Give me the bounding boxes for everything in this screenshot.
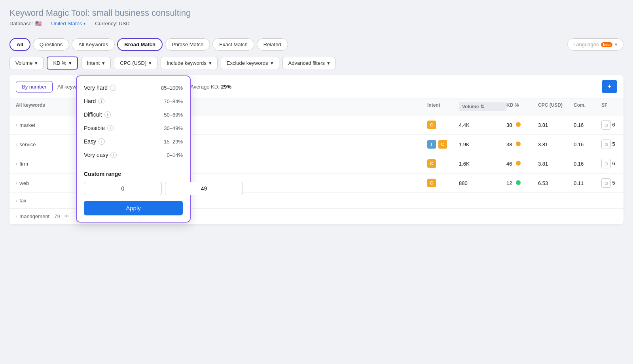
tab-broad-match[interactable]: Broad Match [117,38,163,51]
tab-questions[interactable]: Questions [33,38,70,51]
sf-icon: ⊡ [601,178,611,188]
info-icon[interactable]: i [104,111,111,118]
beta-badge: beta [601,42,612,47]
by-number-button[interactable]: By number [16,81,53,92]
intent-badge-i: I [427,140,436,149]
col-cpc: CPC (USD) [538,102,574,111]
kd-label: Average KD: [190,84,219,90]
chevron-down-icon: ▾ [83,21,85,26]
col-volume[interactable]: Volume ⇅ [459,102,506,111]
cpc-cell: 3.81 [538,141,574,147]
header: Keyword Magic Tool: small business consu… [9,8,624,26]
chevron-down-icon: ▾ [327,60,330,66]
meta-row: Database: 🇺🇸 United States ▾ Currency: U… [9,21,624,26]
com-cell: 0.16 [574,141,601,147]
volume-cell: 1.9K [459,141,506,147]
add-button[interactable]: + [602,80,617,93]
languages-button[interactable]: Languages beta ▾ [567,38,624,51]
kd-option-possible[interactable]: Possible i 30–49% [77,121,190,135]
col-sf: SF [601,102,617,111]
chevron-down-icon: ▾ [149,60,152,66]
kd-cell: 38 [506,122,538,128]
kd-filter[interactable]: KD % ▾ [47,57,78,70]
chevron-down-icon: ▾ [102,60,105,66]
info-icon[interactable]: i [107,125,114,131]
col-com: Com. [574,102,601,111]
sf-icon: ⊡ [601,159,611,168]
kd-dot [516,122,521,127]
include-keywords-filter[interactable]: Include keywords ▾ [161,57,217,69]
volume-filter[interactable]: Volume ▾ [9,57,44,69]
sf-cell: ⊡ 5 [601,178,617,188]
com-cell: 0.16 [574,161,601,167]
com-cell: 0.16 [574,122,601,128]
volume-cell: 880 [459,180,506,186]
custom-range-label: Custom range [77,168,190,179]
tab-all-keywords[interactable]: All Keywords [72,38,115,51]
kd-dropdown-panel: Very hard i 85–100% Hard i 70–84% Diffic… [76,75,191,223]
header-divider [9,33,624,33]
kd-option-difficult[interactable]: Difficult i 50–69% [77,108,190,121]
page-title: Keyword Magic Tool: small business consu… [9,8,624,18]
intent-badge-c: C [427,121,436,129]
custom-range-inputs [77,179,190,198]
col-intent: Intent [427,102,459,111]
intent-cell: C [427,121,459,129]
sort-icon: ⇅ [480,104,484,109]
eye-icon: 👁 [64,213,69,219]
info-icon[interactable]: i [110,85,116,91]
sf-icon: ⊡ [601,120,611,130]
advanced-filters-button[interactable]: Advanced filters ▾ [282,57,336,69]
tab-all[interactable]: All [9,38,30,51]
cpc-filter[interactable]: CPC (USD) ▾ [114,57,157,69]
kd-dot [516,180,521,185]
chevron-right-icon: › [16,181,17,185]
chevron-right-icon: › [16,214,17,219]
volume-cell: 4.4K [459,122,506,128]
info-icon[interactable]: i [110,152,117,158]
info-icon[interactable]: i [99,138,105,145]
intent-badge-c: C [427,159,436,168]
tab-related[interactable]: Related [257,38,288,51]
kd-option-hard[interactable]: Hard i 70–84% [77,94,190,108]
kd-value: 29% [221,84,231,90]
kd-option-very-hard[interactable]: Very hard i 85–100% [77,81,190,94]
kd-option-very-easy[interactable]: Very easy i 0–14% [77,148,190,162]
kd-divider [77,165,190,165]
chevron-down-icon: ▾ [209,60,212,66]
chevron-right-icon: › [16,123,17,127]
cpc-cell: 3.81 [538,122,574,128]
kd-cell: 12 [506,180,538,186]
tab-phrase-match[interactable]: Phrase Match [165,38,210,51]
kd-to-input[interactable] [165,182,243,195]
kd-dot [516,141,521,146]
com-cell: 0.11 [574,180,601,186]
kd-from-input[interactable] [84,182,162,195]
intent-filter[interactable]: Intent ▾ [81,57,111,69]
kd-cell: 38 [506,141,538,147]
chevron-right-icon: › [16,198,17,203]
tab-exact-match[interactable]: Exact Match [212,38,254,51]
exclude-keywords-filter[interactable]: Exclude keywords ▾ [221,57,279,69]
sf-cell: ⊡ 6 [601,120,617,130]
sf-cell: ⊡ 6 [601,159,617,168]
sf-icon: ⊡ [601,140,611,149]
chevron-down-icon: ▾ [615,41,618,47]
info-icon[interactable]: i [98,98,104,104]
chevron-right-icon: › [16,162,17,166]
cpc-cell: 3.81 [538,161,574,167]
apply-button[interactable]: Apply [84,201,183,215]
kd-option-easy[interactable]: Easy i 15–29% [77,135,190,148]
database-selector[interactable]: United States ▾ [51,21,85,26]
sf-cell: ⊡ 5 [601,140,617,149]
volume-cell: 1.6K [459,161,506,167]
chevron-down-icon: ▾ [69,60,72,66]
cpc-cell: 6.53 [538,180,574,186]
kd-dot [516,161,521,166]
chevron-down-icon: ▾ [35,60,38,66]
intent-cell: C [427,179,459,187]
tabs-row: All Questions All Keywords Broad Match P… [9,38,624,51]
col-kd: KD % [506,102,538,111]
kd-cell: 46 [506,161,538,167]
chevron-down-icon: ▾ [271,60,273,66]
